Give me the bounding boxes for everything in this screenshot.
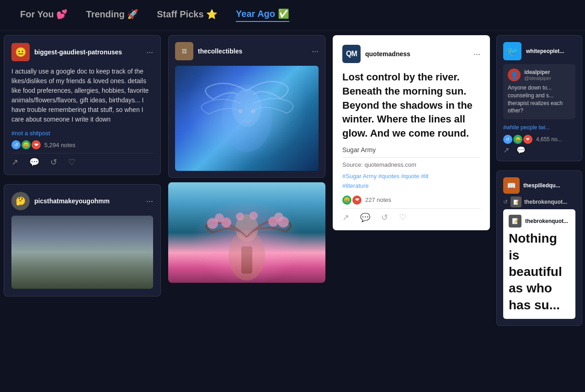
qm-comment[interactable]: 💬 — [360, 212, 370, 222]
like-button[interactable]: ♡ — [68, 157, 75, 167]
qm-react-green: 😄 — [342, 196, 351, 205]
share-button[interactable]: ↗ — [11, 157, 18, 167]
qm-avatar: QM — [342, 45, 361, 63]
more-options-button[interactable]: ··· — [146, 48, 153, 57]
post-picsthatmake: 🤔 picsthatmakeyougohmm ··· — [4, 184, 161, 297]
collectibles-username[interactable]: thecollectibles — [198, 48, 242, 55]
wp-comment[interactable]: 💬 — [516, 146, 526, 154]
header-left-2: 🤔 picsthatmakeyougohmm — [11, 192, 110, 210]
svg-point-3 — [251, 109, 255, 113]
inner-avatar: 📝 — [509, 215, 521, 228]
main-nav: For You 💕 Trending 🚀 Staff Picks ⭐ Year … — [0, 0, 585, 31]
collectibles-header: 🖼 thecollectibles ··· — [175, 42, 319, 60]
column-4: 🐦 whitepeoplet... 👤 idealpiper @idealpip… — [494, 31, 585, 387]
post-header-2: 🤔 picsthatmakeyougohmm ··· — [11, 192, 153, 210]
art-svg — [175, 66, 319, 171]
collectibles-header-left: 🖼 thecollectibles — [175, 42, 242, 60]
qm-reactions: 😄 ❤ — [342, 196, 362, 205]
inner-username: thebrokenquot... — [525, 218, 568, 224]
qm-quote: Lost control by the river. Beneath the m… — [342, 70, 480, 141]
qm-attribution: Sugar Army — [342, 146, 480, 154]
svg-point-4 — [229, 230, 265, 281]
svg-point-11 — [274, 212, 283, 222]
wp-notes-row: ↺ 😄 ❤ 4,655 no... — [503, 135, 575, 144]
wp-tag-text[interactable]: #white people twi... — [503, 124, 550, 131]
svg-point-2 — [239, 109, 243, 113]
qm-username[interactable]: quotemadness — [365, 50, 410, 58]
qm-more[interactable]: ··· — [473, 49, 480, 59]
reaction-icons: ↺ 😄 ❤ — [11, 140, 41, 149]
svg-rect-6 — [241, 246, 252, 274]
wp-header: 🐦 whitepeoplet... — [503, 42, 575, 60]
notes-count: 5,294 notes — [44, 142, 75, 148]
svg-point-7 — [207, 218, 218, 229]
wp-subpost: 👤 idealpiper @idealpiper Anyone down to.… — [503, 64, 575, 119]
wp-sub-handle: @idealpiper — [524, 75, 551, 81]
spilled-username[interactable]: thespilledqu... — [523, 182, 560, 189]
reaction-green: 😄 — [21, 140, 31, 149]
qm-tags: #Sugar Army #quotes #quote #lit #literat… — [342, 172, 480, 191]
tag-quote[interactable]: #quote — [401, 173, 420, 180]
tag-sugar-army[interactable]: #Sugar Army — [342, 173, 377, 180]
wp-avatar: 🐦 — [503, 42, 521, 60]
wp-react-green: 😄 — [513, 135, 522, 144]
tag-literature[interactable]: #literature — [342, 182, 369, 189]
wp-sub-text: Anyone down to... counseling and s... th… — [508, 84, 571, 115]
qm-header: QM quotemadness ··· — [342, 45, 480, 63]
spilled-big-text: Nothing is beautiful as who has su... — [509, 230, 570, 313]
nav-staff-picks[interactable]: Staff Picks ⭐ — [157, 9, 218, 21]
feed-grid: 😐 biggest-gaudiest-patronuses ··· I actu… — [0, 31, 585, 387]
svg-point-0 — [222, 85, 272, 152]
divider — [11, 153, 153, 154]
cherry-art-image — [168, 182, 325, 283]
column-1: 😐 biggest-gaudiest-patronuses ··· I actu… — [0, 31, 165, 387]
reblog-username[interactable]: thebrokenquot... — [524, 199, 567, 205]
comment-button[interactable]: 💬 — [29, 157, 39, 167]
post-quotemadness: QM quotemadness ··· Lost control by the … — [333, 35, 490, 230]
collectibles-more[interactable]: ··· — [312, 47, 319, 56]
svg-point-8 — [215, 213, 224, 222]
wp-username[interactable]: whitepeoplet... — [526, 48, 564, 54]
avatar-2: 🤔 — [11, 192, 30, 210]
reblog-avatar: 📝 — [511, 196, 521, 207]
more-options-2[interactable]: ··· — [146, 196, 153, 206]
tag-lit[interactable]: #lit — [421, 173, 429, 180]
wp-share[interactable]: ↗ — [503, 146, 509, 154]
username-2[interactable]: picsthatmakeyougohmm — [34, 197, 110, 205]
header-left: 😐 biggest-gaudiest-patronuses — [11, 43, 122, 61]
reaction-blue: ↺ — [11, 140, 21, 149]
wp-sub-username[interactable]: idealpiper — [524, 69, 551, 75]
blue-art-image — [175, 66, 319, 171]
notes-row: ↺ 😄 ❤ 5,294 notes — [11, 140, 153, 149]
wp-tag: #white people twi... — [503, 123, 575, 131]
post-tag[interactable]: #not a shitpost — [11, 130, 153, 137]
reaction-red: ❤ — [32, 140, 41, 149]
qm-share[interactable]: ↗ — [342, 212, 349, 222]
nav-for-you[interactable]: For You 💕 — [20, 9, 68, 21]
qm-source: Source: quotemadness.com — [342, 161, 480, 168]
reblog-button[interactable]: ↺ — [50, 157, 57, 167]
post-spilled: 📖 thespilledqu... ↺ 📝 thebrokenquot... 📝… — [496, 170, 582, 326]
username[interactable]: biggest-gaudiest-patronuses — [34, 48, 122, 56]
qm-divider-1 — [342, 157, 480, 158]
nav-year-ago[interactable]: Year Ago ✅ — [236, 8, 289, 22]
spilled-user-info: thespilledqu... — [523, 182, 560, 189]
spilled-quote-card: 📝 thebrokenquot... Nothing is beautiful … — [503, 209, 575, 319]
qm-like[interactable]: ♡ — [399, 212, 406, 222]
qm-divider-2 — [342, 208, 480, 209]
qm-notes: 227 notes — [365, 196, 391, 203]
qm-reblog[interactable]: ↺ — [381, 212, 388, 222]
spilled-inner-header: 📝 thebrokenquot... — [509, 215, 570, 228]
wp-reactions: ↺ 😄 ❤ — [503, 135, 532, 144]
tag-quotes[interactable]: #quotes — [378, 173, 399, 180]
post-collectibles: 🖼 thecollectibles ··· — [168, 35, 325, 178]
qm-actions: ↗ 💬 ↺ ♡ — [342, 212, 480, 222]
spilled-header: 📖 thespilledqu... — [503, 177, 575, 194]
wp-react-red: ❤ — [523, 135, 532, 144]
qm-react-red: ❤ — [352, 196, 362, 205]
svg-point-1 — [232, 89, 262, 127]
svg-point-13 — [236, 212, 244, 221]
column-3: QM quotemadness ··· Lost control by the … — [329, 31, 494, 387]
nav-trending[interactable]: Trending 🚀 — [86, 9, 138, 21]
action-row: ↗ 💬 ↺ ♡ — [11, 157, 153, 167]
